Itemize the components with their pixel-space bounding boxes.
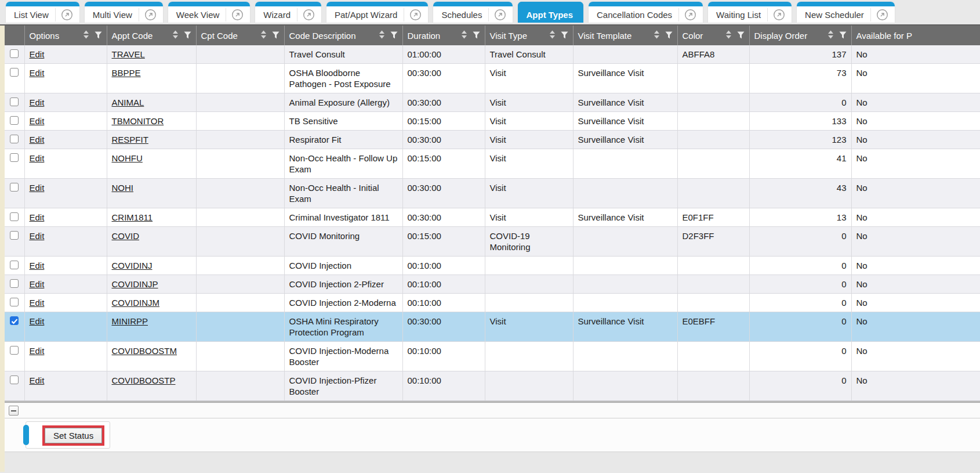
tab-pat-appt-wizard[interactable]: Pat/Appt Wizard [326,2,428,23]
open-in-new-window-icon[interactable] [297,9,320,21]
row-checkbox[interactable] [10,68,19,77]
row-checkbox[interactable] [10,135,19,143]
tab-waiting-list[interactable]: Waiting List [708,2,792,23]
filter-icon[interactable] [184,31,191,41]
tab-schedules[interactable]: Schedules [433,2,513,23]
row-checkbox[interactable] [10,98,19,106]
row-checkbox[interactable] [10,261,19,269]
edit-link[interactable]: Edit [30,346,45,356]
appt-code-link[interactable]: ANIMAL [112,98,144,107]
tab-list-view[interactable]: List View [6,2,79,23]
filter-icon[interactable] [95,31,102,41]
edit-link[interactable]: Edit [30,153,45,163]
filter-icon[interactable] [473,31,480,41]
open-in-new-window-icon[interactable] [768,9,790,21]
row-checkbox[interactable] [10,346,19,355]
edit-link[interactable]: Edit [30,279,45,289]
appt-code-link[interactable]: CRIM1811 [112,212,153,222]
sort-icon[interactable] [725,30,732,41]
open-in-new-window-icon[interactable] [679,9,702,21]
tab-cancellation-codes[interactable]: Cancellation Codes [589,2,703,23]
column-header-color[interactable]: Color [677,26,749,45]
filter-icon[interactable] [665,31,673,41]
sort-icon[interactable] [827,30,834,41]
cell-code-description: OSHA Bloodborne Pathogen - Post Exposure [284,64,402,93]
tab-appt-types[interactable]: Appt Types [518,2,583,23]
tab-week-view[interactable]: Week View [168,2,250,23]
row-checkbox[interactable] [10,49,19,58]
appt-code-link[interactable]: NOHI [112,183,134,193]
row-checkbox[interactable] [10,279,19,288]
column-header-visit-type[interactable]: Visit Type [485,26,573,45]
filter-icon[interactable] [737,31,745,41]
open-in-new-window-icon[interactable] [404,9,427,21]
appt-code-link[interactable]: NOHFU [112,153,143,163]
appt-code-link[interactable]: COVIDINJM [112,298,160,308]
appt-code-link[interactable]: COVID [112,231,140,241]
appt-code-link[interactable]: TBMONITOR [112,116,164,126]
appt-code-link[interactable]: COVIDBOOSTM [112,346,177,356]
open-in-new-window-icon[interactable] [56,9,78,21]
edit-link[interactable]: Edit [30,68,45,78]
filter-icon[interactable] [390,31,398,41]
edit-link[interactable]: Edit [30,183,45,193]
row-checkbox[interactable] [10,231,19,240]
filter-icon[interactable] [561,31,568,41]
sort-icon[interactable] [549,30,556,41]
edit-link[interactable]: Edit [30,316,45,326]
row-checkbox[interactable] [10,316,19,325]
column-header-appt-code[interactable]: Appt Code [107,26,196,45]
row-checkbox[interactable] [10,375,19,384]
edit-link[interactable]: Edit [30,49,45,59]
appt-code-link[interactable]: MINIRPP [112,316,148,326]
sort-icon[interactable] [379,30,385,41]
tab-wizard[interactable]: Wizard [255,2,321,23]
left-margin-strip [0,26,5,472]
column-header-code-description[interactable]: Code Description [284,26,402,45]
column-header-display-order[interactable]: Display Order [749,26,851,45]
appt-code-link[interactable]: COVIDINJP [112,279,158,289]
edit-link[interactable]: Edit [30,261,45,270]
sort-icon[interactable] [83,30,89,41]
appt-code-link[interactable]: TRAVEL [112,49,145,59]
collapse-icon[interactable] [9,406,19,416]
sort-icon[interactable] [461,30,467,41]
open-in-new-window-icon[interactable] [139,9,162,21]
column-header-duration[interactable]: Duration [402,26,485,45]
edit-link[interactable]: Edit [30,135,45,145]
content-area: OptionsAppt CodeCpt CodeCode Description… [0,24,980,472]
open-in-new-window-icon[interactable] [226,9,249,21]
open-in-new-window-icon[interactable] [489,9,511,21]
row-checkbox[interactable] [10,116,19,125]
edit-link[interactable]: Edit [30,116,45,126]
cell-visit-template: Surveillance Visit [573,64,677,93]
sort-icon[interactable] [654,30,660,41]
appt-code-link[interactable]: COVIDINJ [112,261,153,270]
sort-icon[interactable] [172,30,179,41]
open-in-new-window-icon[interactable] [871,9,894,21]
appt-code-link[interactable]: COVIDBOOSTP [112,375,176,385]
row-checkbox[interactable] [10,298,19,306]
appt-code-link[interactable]: BBPPE [112,68,141,78]
cell-display-order: 0 [749,294,851,312]
set-status-button[interactable]: Set Status [45,428,102,443]
row-checkbox[interactable] [10,183,19,192]
tab-new-scheduler[interactable]: New Scheduler [797,2,895,23]
sort-icon[interactable] [260,30,267,41]
appt-code-link[interactable]: RESPFIT [112,135,148,145]
column-header-available[interactable]: Available for P [851,26,980,45]
column-header-visit-template[interactable]: Visit Template [573,26,677,45]
edit-link[interactable]: Edit [30,231,45,241]
edit-link[interactable]: Edit [30,375,45,385]
column-header-cpt-code[interactable]: Cpt Code [196,26,284,45]
filter-icon[interactable] [272,31,280,41]
row-checkbox[interactable] [10,212,19,221]
filter-icon[interactable] [839,31,847,41]
edit-link[interactable]: Edit [30,298,45,308]
column-label: Cpt Code [201,31,238,41]
edit-link[interactable]: Edit [30,212,45,222]
tab-multi-view[interactable]: Multi View [85,2,163,23]
row-checkbox[interactable] [10,153,19,162]
column-header-options[interactable]: Options [24,26,107,45]
edit-link[interactable]: Edit [30,98,45,107]
